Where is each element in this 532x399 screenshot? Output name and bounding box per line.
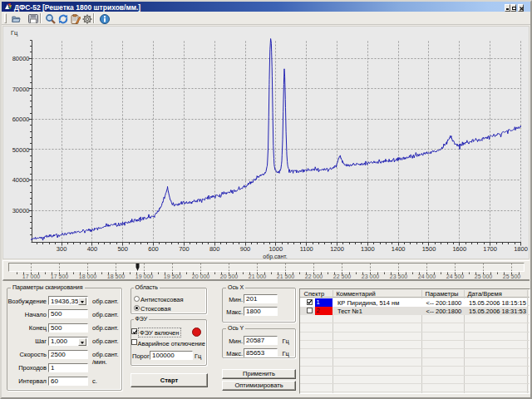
svg-text:обр.сант.: обр.сант. [263, 254, 287, 260]
svg-text:600: 600 [148, 245, 159, 253]
svg-text:800: 800 [209, 245, 220, 253]
svg-text:70000: 70000 [12, 86, 30, 93]
svg-text:80000: 80000 [12, 55, 30, 62]
svg-text:40000: 40000 [12, 176, 30, 184]
svg-text:Гц: Гц [11, 29, 18, 37]
svg-text:1000: 1000 [268, 245, 283, 253]
svg-text:50000: 50000 [12, 146, 30, 154]
svg-text:1700: 1700 [483, 245, 497, 253]
svg-text:1200: 1200 [330, 245, 344, 253]
svg-text:900: 900 [240, 245, 251, 253]
svg-text:1300: 1300 [361, 245, 375, 253]
svg-text:30000: 30000 [12, 207, 30, 214]
svg-text:500: 500 [117, 245, 128, 253]
svg-text:1800: 1800 [514, 245, 528, 253]
svg-text:700: 700 [179, 245, 190, 253]
svg-text:400: 400 [87, 245, 98, 253]
svg-text:300: 300 [57, 245, 67, 253]
svg-text:1100: 1100 [300, 245, 313, 253]
svg-text:1500: 1500 [422, 245, 436, 253]
svg-text:1400: 1400 [392, 245, 406, 253]
svg-text:60000: 60000 [12, 116, 30, 123]
svg-text:1600: 1600 [452, 245, 466, 253]
